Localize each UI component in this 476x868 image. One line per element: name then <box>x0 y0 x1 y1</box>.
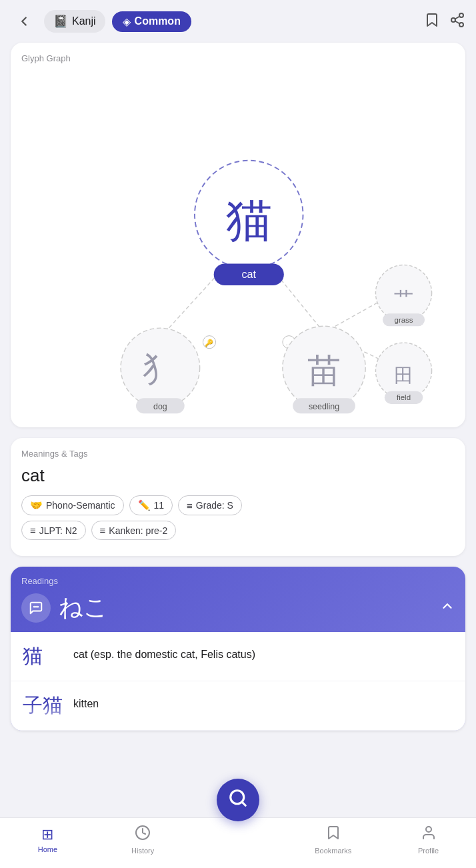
reading-kanji-koneko: 子猫 <box>23 692 63 719</box>
meanings-label: Meanings & Tags <box>21 449 455 459</box>
kanji-label: Kanji <box>72 15 96 27</box>
tag-jlpt-label: JLPT: N2 <box>39 525 77 536</box>
nav-home[interactable]: ⊞ Home <box>24 826 71 853</box>
tag-grade[interactable]: ≡ Grade: S <box>178 495 242 515</box>
readings-header: ねこ <box>11 586 465 632</box>
glyph-graph-card: Glyph Graph 🔑 … 猫 cat 犭 dog <box>11 43 465 427</box>
tags-row-2: ≡ JLPT: N2 ≡ Kanken: pre-2 <box>21 521 455 540</box>
svg-text:犭: 犭 <box>143 351 177 388</box>
nav-bookmarks[interactable]: Bookmarks <box>310 825 357 855</box>
bottom-nav: ⊞ Home History Bookmarks Profile <box>0 817 476 868</box>
readings-card: Readings ねこ 猫 cat (esp. the domestic cat… <box>11 567 465 731</box>
tag-phono-semantic[interactable]: 🤝 Phono-Semantic <box>21 495 124 515</box>
svg-text:🔑: 🔑 <box>205 339 214 347</box>
tags-row-1: 🤝 Phono-Semantic ✏️ 11 ≡ Grade: S <box>21 495 455 515</box>
home-icon: ⊞ <box>41 826 53 843</box>
meanings-card: Meanings & Tags cat 🤝 Phono-Semantic ✏️ … <box>11 438 465 556</box>
top-bar: 📓 Kanji ◈ Common <box>0 0 476 43</box>
list-icon-jlpt: ≡ <box>30 525 36 536</box>
fab-search-icon <box>228 788 248 813</box>
tag-kanken-label: Kanken: pre-2 <box>109 525 167 536</box>
reading-meaning-koneko: kitten <box>73 692 99 711</box>
notebook-icon: 📓 <box>53 14 68 29</box>
back-button[interactable] <box>11 8 37 35</box>
svg-text:苗: 苗 <box>307 353 341 389</box>
svg-text:field: field <box>397 393 411 401</box>
reading-kanji-neko: 猫 <box>23 643 63 670</box>
tag-grade-label: Grade: S <box>196 500 233 511</box>
fab-search-button[interactable] <box>217 779 259 821</box>
svg-text:seedling: seedling <box>309 402 339 411</box>
reading-row-koneko[interactable]: 子猫 kitten <box>11 681 465 731</box>
meaning-text: cat <box>21 465 455 486</box>
bookmark-button[interactable] <box>424 12 440 31</box>
reading-meaning-neko: cat (esp. the domestic cat, Felis catus) <box>73 643 255 662</box>
svg-line-3 <box>455 21 460 24</box>
tag-kanken[interactable]: ≡ Kanken: pre-2 <box>91 521 177 540</box>
svg-text:cat: cat <box>241 268 256 280</box>
svg-line-34 <box>242 801 245 805</box>
top-bar-actions <box>424 12 465 31</box>
svg-point-36 <box>426 827 431 832</box>
tag-strokes-label: 11 <box>154 500 165 511</box>
svg-line-4 <box>455 17 460 19</box>
svg-text:艹: 艹 <box>394 287 413 309</box>
tag-jlpt[interactable]: ≡ JLPT: N2 <box>21 521 86 540</box>
glyph-graph-label: Glyph Graph <box>21 53 455 63</box>
tag-phono-label: Phono-Semantic <box>46 500 115 511</box>
nav-history[interactable]: History <box>119 825 166 855</box>
readings-expand-button[interactable] <box>440 599 455 617</box>
nav-history-label: History <box>131 847 154 855</box>
history-icon <box>135 825 151 845</box>
nav-bookmarks-label: Bookmarks <box>315 847 351 855</box>
svg-text:田: 田 <box>394 365 413 386</box>
reading-row-neko[interactable]: 猫 cat (esp. the domestic cat, Felis catu… <box>11 632 465 681</box>
svg-text:猫: 猫 <box>226 195 272 246</box>
readings-label: Readings <box>11 567 465 586</box>
profile-icon <box>421 825 437 845</box>
svg-text:grass: grass <box>395 316 413 324</box>
svg-text:dog: dog <box>153 402 167 411</box>
glyph-graph-area[interactable]: 🔑 … 猫 cat 犭 dog 苗 seedling 艹 <box>21 70 455 417</box>
readings-kana: ねこ <box>59 591 108 624</box>
nav-home-label: Home <box>38 845 57 853</box>
common-pill[interactable]: ◈ Common <box>112 11 191 32</box>
bookmarks-icon <box>325 825 341 845</box>
share-button[interactable] <box>449 12 465 31</box>
list-icon-grade: ≡ <box>187 500 193 511</box>
nav-profile-label: Profile <box>418 847 439 855</box>
handshake-icon: 🤝 <box>30 499 43 511</box>
diamond-icon: ◈ <box>123 15 131 28</box>
readings-list: 猫 cat (esp. the domestic cat, Felis catu… <box>11 632 465 731</box>
pencil-icon: ✏️ <box>138 499 151 511</box>
readings-header-left: ねこ <box>21 591 108 624</box>
nav-profile[interactable]: Profile <box>405 825 452 855</box>
glyph-graph-svg: 🔑 … 猫 cat 犭 dog 苗 seedling 艹 <box>21 70 455 417</box>
list-icon-kanken: ≡ <box>100 525 106 536</box>
readings-speech-icon[interactable] <box>21 593 51 623</box>
tag-strokes[interactable]: ✏️ 11 <box>129 495 173 515</box>
common-label: Common <box>135 15 181 27</box>
kanji-pill[interactable]: 📓 Kanji <box>44 10 105 33</box>
